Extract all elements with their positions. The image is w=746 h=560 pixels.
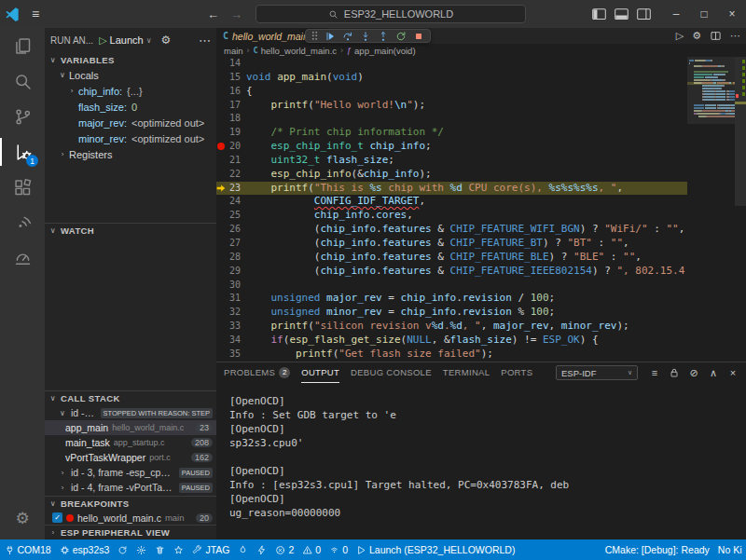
clear-icon[interactable]: ⊘	[688, 367, 699, 378]
code-line[interactable]: 31 unsigned major_rev = chip_info.revisi…	[216, 292, 687, 306]
breakpoint-checkbox[interactable]: ✓	[52, 512, 62, 523]
variables-header[interactable]: ∨ VARIABLES	[45, 52, 216, 67]
activity-explorer[interactable]	[0, 28, 45, 63]
line-number[interactable]: 19	[226, 126, 241, 140]
gutter[interactable]: 28	[216, 251, 241, 265]
code-line[interactable]: 33 printf("silicon revision v%d.%d, ", m…	[216, 320, 687, 334]
maximize-button[interactable]: □	[690, 0, 718, 28]
line-number[interactable]: 14	[226, 57, 241, 71]
status-serial-port[interactable]: COM18	[0, 540, 55, 560]
close-icon[interactable]: ×	[727, 367, 739, 378]
toggle-sidebar-icon[interactable]	[592, 8, 606, 20]
minimap[interactable]	[687, 57, 735, 362]
activity-run-and-debug[interactable]: 1	[0, 134, 45, 170]
status-ports-forwarded[interactable]: 0	[325, 540, 352, 560]
callstack-frame[interactable]: app_mainhello_world_main.c23	[45, 420, 216, 435]
code-line[interactable]: 16{	[216, 85, 687, 99]
line-number[interactable]: 34	[226, 334, 241, 348]
registers-item[interactable]: ›Registers	[45, 146, 216, 162]
code-line[interactable]: 22 esp_chip_info(&chip_info);	[216, 168, 687, 182]
gutter[interactable]: 32	[216, 306, 241, 320]
panel-tab-ports[interactable]: PORTS	[501, 362, 532, 383]
code-line[interactable]: 19 /* Print chip information */	[216, 126, 687, 140]
line-number[interactable]: 25	[226, 209, 241, 223]
gutter[interactable]: 14	[216, 57, 241, 71]
callstack-header[interactable]: ∨ CALL STACK	[45, 390, 216, 405]
launch-config-dropdown[interactable]: ▷ Launch ∨	[99, 34, 151, 47]
restart-button[interactable]	[395, 31, 407, 42]
peripheral-header[interactable]: › ESP PERIPHERAL VIEW	[45, 525, 216, 540]
split-editor-button[interactable]	[710, 30, 722, 42]
configure-gear-icon[interactable]: ⚙	[161, 34, 172, 47]
gutter[interactable]: 30	[216, 279, 241, 293]
start-debug-icon[interactable]: ▷	[99, 34, 106, 47]
line-number[interactable]: 22	[226, 168, 241, 182]
gutter[interactable]: 25	[216, 209, 241, 223]
code-line[interactable]: 20 esp_chip_info_t chip_info;	[216, 140, 687, 154]
code-line[interactable]: 23 printf("This is %s chip with %d CPU c…	[216, 182, 687, 196]
line-number[interactable]: 26	[226, 223, 241, 237]
continue-button[interactable]	[325, 31, 336, 42]
panel-tab-debug-console[interactable]: DEBUG CONSOLE	[351, 362, 432, 383]
breakpoint-item[interactable]: ✓hello_world_main.cmain20	[45, 511, 216, 525]
toggle-secondary-sidebar-icon[interactable]	[637, 8, 651, 20]
line-number[interactable]: 27	[226, 237, 241, 251]
breakpoints-header[interactable]: ∨ BREAKPOINTS	[45, 496, 216, 511]
chevron-up-icon[interactable]: ∧	[708, 367, 719, 378]
line-number[interactable]: 33	[226, 320, 241, 334]
status-device-target[interactable]: esp32s3	[55, 540, 114, 560]
run-file-button[interactable]: ▷	[676, 30, 684, 42]
variable-item[interactable]: major_rev:<optimized out>	[45, 115, 216, 130]
line-number[interactable]: 31	[226, 292, 241, 306]
step-over-button[interactable]	[342, 31, 353, 42]
activity-search[interactable]	[0, 63, 45, 99]
gutter[interactable]: 20	[216, 140, 241, 154]
nav-back-icon[interactable]: ←	[207, 7, 219, 21]
watch-header[interactable]: ∨ WATCH	[45, 223, 216, 238]
activity-source-control[interactable]	[0, 99, 45, 134]
gutter[interactable]: 17	[216, 99, 241, 113]
overview-ruler[interactable]	[735, 57, 746, 362]
status-errors[interactable]: 2	[271, 540, 298, 560]
status-cmake-status[interactable]: CMake: [Debug]: Ready	[601, 540, 713, 560]
breadcrumb-item[interactable]: Chello_world_main.c	[254, 46, 337, 56]
callstack-frame[interactable]: main_taskapp_startup.c208	[45, 435, 216, 450]
code-line[interactable]: 35 printf("Get flash size failed");	[216, 348, 687, 362]
gutter[interactable]: 33	[216, 320, 241, 334]
callstack-frame[interactable]: vPortTaskWrapperport.c162	[45, 450, 216, 465]
stop-button[interactable]	[413, 31, 424, 42]
status-flash-method[interactable]: JTAG	[188, 540, 234, 560]
callstack-thread[interactable]: ›id - 3, frame -esp_cpu_wai...PAUSED	[45, 465, 216, 480]
gutter[interactable]: 27	[216, 237, 241, 251]
nav-forward-icon[interactable]: →	[230, 7, 242, 21]
line-number[interactable]: 16	[226, 85, 241, 99]
panel-tab-terminal[interactable]: TERMINAL	[443, 362, 490, 383]
gutter[interactable]: 34	[216, 334, 241, 348]
code-line[interactable]: 17 printf("Hello world!\n");	[216, 99, 687, 113]
code-line[interactable]: 15void app_main(void)	[216, 71, 687, 85]
variable-item[interactable]: ›chip_info:{...}	[45, 83, 216, 99]
line-number[interactable]: 15	[226, 71, 241, 85]
breadcrumb-item[interactable]: main	[224, 46, 243, 56]
toolbar-grip[interactable]	[311, 31, 318, 41]
status-quick-pick[interactable]	[170, 540, 188, 560]
minimap-slider[interactable]	[687, 57, 735, 124]
code-line[interactable]: 28 (chip_info.features & CHIP_FEATURE_BL…	[216, 251, 687, 265]
code-line[interactable]: 18	[216, 112, 687, 126]
line-number[interactable]: 17	[226, 99, 241, 113]
line-number[interactable]: 29	[226, 265, 241, 279]
gutter[interactable]: 23	[216, 182, 241, 196]
gutter[interactable]: 16	[216, 85, 241, 99]
more-actions-button[interactable]: ⋯	[730, 30, 740, 42]
command-center-search[interactable]: ESP32_HELLOWORLD	[256, 5, 526, 23]
breakpoint-glyph-icon[interactable]	[217, 143, 225, 150]
gutter[interactable]: 19	[216, 126, 241, 140]
code-line[interactable]: 21 uint32_t flash_size;	[216, 154, 687, 168]
filter-icon[interactable]: ≡	[649, 367, 660, 378]
code-line[interactable]: 25 chip_info.cores,	[216, 209, 687, 223]
status-refresh[interactable]	[114, 540, 132, 560]
panel-tab-problems[interactable]: PROBLEMS2	[224, 362, 290, 383]
toggle-panel-icon[interactable]	[615, 8, 629, 20]
line-number[interactable]: 28	[226, 251, 241, 265]
callstack-thread[interactable]: ∨id - 2, fr...STOPPED WITH REASON: STEP	[45, 405, 216, 420]
